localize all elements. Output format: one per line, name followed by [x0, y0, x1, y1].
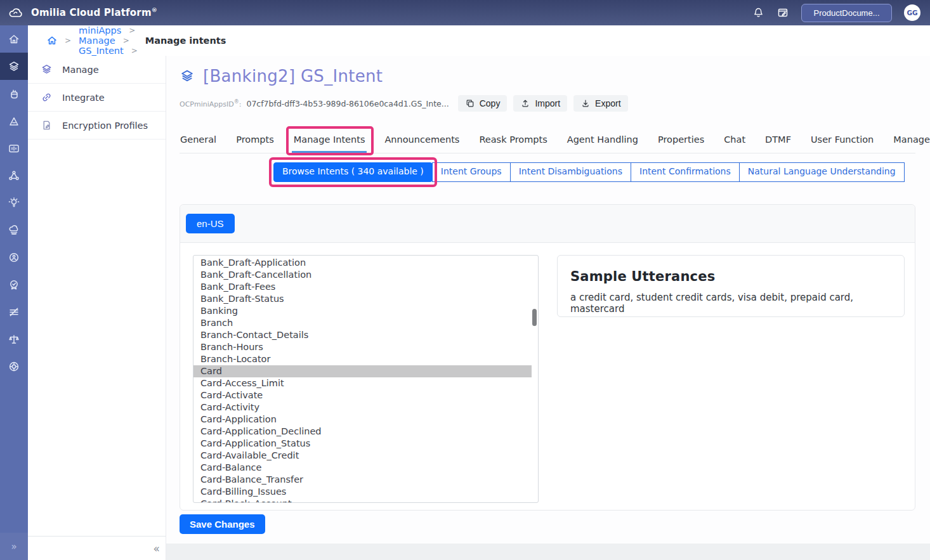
intent-option[interactable]: Card-Activate	[193, 389, 532, 401]
tab[interactable]: Reask Prompts	[478, 131, 547, 153]
tab[interactable]: Chat	[723, 131, 746, 153]
rail-home[interactable]	[0, 25, 28, 53]
rail-grip[interactable]	[0, 80, 28, 107]
brand-trademark: ®	[152, 7, 157, 13]
miniapp-id-label: OCPminiAppsID®:	[180, 99, 241, 108]
listbox-scrollbar-thumb[interactable]	[532, 309, 537, 326]
subtab[interactable]: Intent Confirmations	[631, 162, 740, 182]
rail-cloud-stack[interactable]	[0, 216, 28, 244]
intent-option[interactable]: Branch-Locator	[193, 353, 532, 365]
intent-option[interactable]: Card-Balance_Transfer	[193, 474, 532, 486]
breadcrumb-home[interactable]	[47, 36, 57, 46]
breadcrumb-current: Manage intents	[145, 36, 226, 46]
rail-voice-card[interactable]	[0, 134, 28, 162]
intents-panel-body: Bank_Draft-ApplicationBank_Draft-Cancell…	[180, 243, 915, 503]
avatar[interactable]: GG	[904, 4, 920, 21]
breadcrumb-link[interactable]: miniApps	[79, 25, 121, 36]
intent-option[interactable]: Card-Block_Account	[193, 498, 532, 503]
title-row: [Banking2] GS_Intent	[180, 66, 915, 86]
tab[interactable]: Announcements	[384, 131, 460, 153]
intents-listbox: Bank_Draft-ApplicationBank_Draft-Cancell…	[193, 255, 539, 503]
intent-option[interactable]: Card-Available_Credit	[193, 450, 532, 462]
tab[interactable]: Agent Handling	[567, 131, 639, 153]
icon-rail: »	[0, 25, 28, 560]
cloud-logo-icon	[8, 6, 25, 19]
rail-miniapps[interactable]	[0, 53, 28, 80]
intent-option[interactable]: Branch-Hours	[193, 341, 532, 353]
intent-option[interactable]: Branch-Contact_Details	[193, 329, 532, 341]
tab[interactable]: DTMF	[764, 131, 792, 153]
app-window: Omilia Cloud Platform® ProductDocume... …	[0, 0, 930, 560]
intent-option[interactable]: Card-Billing_Issues	[193, 486, 532, 498]
rail-network[interactable]	[0, 162, 28, 189]
rail-expand-control[interactable]: »	[0, 533, 28, 560]
sidebar-item-label: Integrate	[62, 93, 105, 103]
intent-option[interactable]: Card-Access_Limit	[193, 377, 532, 389]
tab[interactable]: Manage Intents	[293, 131, 366, 153]
content-footer-strip	[166, 544, 930, 560]
subtab[interactable]: Intent Disambiguations	[510, 162, 631, 182]
account-menu-button[interactable]: ProductDocume...	[801, 4, 892, 22]
rail-data-layers[interactable]	[0, 298, 28, 325]
breadcrumb-item: GS_Intent >	[79, 46, 145, 56]
breadcrumb-link[interactable]: Manage	[79, 36, 115, 46]
sidebar-item-label: Encryption Profiles	[62, 120, 148, 131]
tab-label: Announcements	[384, 134, 459, 145]
notepad-pen-icon[interactable]	[776, 6, 789, 19]
tab[interactable]: Properties	[657, 131, 705, 153]
subtab-label: Natural Language Understanding	[748, 166, 896, 176]
brand-title: Omilia Cloud Platform®	[31, 7, 157, 18]
breadcrumb-link[interactable]: GS_Intent	[79, 46, 124, 56]
rail-agent-settings[interactable]	[0, 244, 28, 271]
tab[interactable]: Manage Languages	[893, 131, 930, 153]
collapse-chevrons-icon[interactable]: «	[154, 542, 160, 555]
sidebar-item-encryption-profiles[interactable]: Encryption Profiles	[28, 112, 166, 140]
intent-option[interactable]: Bank_Draft-Cancellation	[193, 269, 532, 281]
intent-option[interactable]: Bank_Draft-Status	[193, 293, 532, 305]
sidebar-item-integrate[interactable]: Integrate	[28, 84, 166, 112]
sample-utterances-card: Sample Utterances a credit card, student…	[557, 255, 905, 317]
intent-option[interactable]: Card-Balance	[193, 462, 532, 474]
sidebar: Manage Integrate Encryption Profiles «	[28, 56, 166, 560]
support-gear-icon	[8, 360, 20, 373]
intent-option[interactable]: Branch	[193, 317, 532, 329]
rail-support[interactable]	[0, 353, 28, 380]
intent-option[interactable]: Bank_Draft-Application	[193, 257, 532, 269]
notifications-bell-icon[interactable]	[752, 6, 764, 19]
subtab-label: Intent Groups	[441, 166, 502, 176]
rail-quality-badge[interactable]	[0, 271, 28, 298]
save-changes-button[interactable]: Save Changes	[180, 514, 265, 534]
language-tab-en-us[interactable]: en-US	[186, 214, 235, 233]
rail-balance[interactable]	[0, 325, 28, 353]
subtab[interactable]: Natural Language Understanding	[739, 162, 905, 182]
export-arrow-icon	[580, 98, 591, 108]
sidebar-item-manage[interactable]: Manage	[28, 56, 166, 84]
import-button[interactable]: Import	[513, 95, 567, 112]
intent-option[interactable]: Card	[193, 365, 532, 377]
layers-icon	[41, 63, 53, 75]
tab[interactable]: General	[180, 131, 217, 153]
encryption-profile-icon	[41, 119, 53, 131]
quality-badge-icon	[8, 278, 20, 291]
subtab[interactable]: Browse Intents ( 340 available )	[273, 162, 433, 182]
intent-subtabs: Browse Intents ( 340 available ) Intent …	[274, 162, 915, 182]
intent-option[interactable]: Card-Application_Status	[193, 438, 532, 450]
export-button-label: Export	[595, 98, 620, 108]
rail-insights[interactable]	[0, 189, 28, 216]
top-navbar: Omilia Cloud Platform® ProductDocume... …	[0, 0, 930, 25]
tab-label: Reask Prompts	[479, 134, 547, 145]
intent-option[interactable]: Card-Activity	[193, 401, 532, 413]
intent-option[interactable]: Card-Application_Declined	[193, 426, 532, 438]
subtab[interactable]: Intent Groups	[432, 162, 511, 182]
breadcrumb: > miniApps > Manage > GS_Intent > Manage…	[28, 25, 930, 56]
intent-option[interactable]: Banking	[193, 305, 532, 317]
copy-button[interactable]: Copy	[458, 95, 508, 112]
intent-option[interactable]: Bank_Draft-Fees	[193, 281, 532, 293]
intent-option[interactable]: Card-Application	[193, 413, 532, 426]
copy-button-label: Copy	[480, 98, 501, 108]
tab[interactable]: Prompts	[235, 131, 275, 153]
rail-set-square[interactable]	[0, 107, 28, 134]
tab[interactable]: User Function	[810, 131, 874, 153]
export-button[interactable]: Export	[573, 95, 627, 112]
subtab-label: Browse Intents ( 340 available )	[282, 166, 424, 176]
